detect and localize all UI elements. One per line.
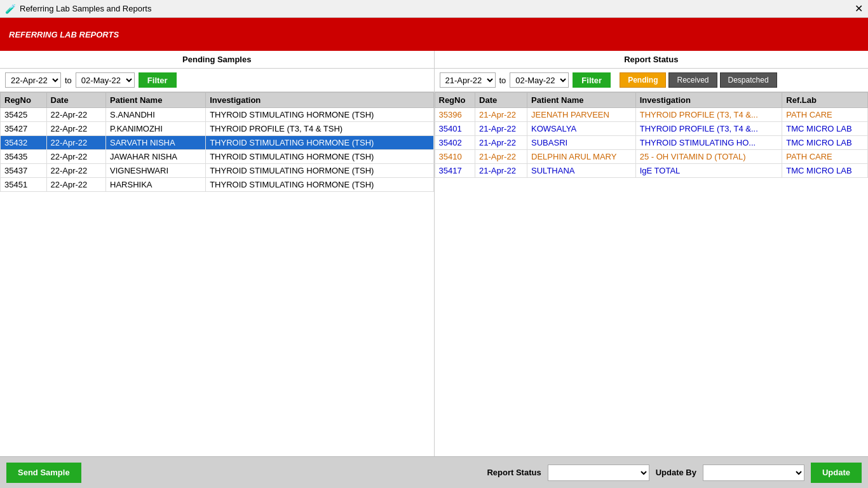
main-content: Pending Samples 22-Apr-22 to 02-May-22 F… [0,51,868,456]
footer-right: Report Status Update By Update [487,463,862,483]
pending-panel-header: Pending Samples [0,51,434,69]
cell-regno: 35427 [1,122,47,136]
despatched-status-button[interactable]: Despatched [720,72,777,88]
report-col-date: Date [475,93,527,108]
pending-to-date[interactable]: 02-May-22 [76,72,135,88]
pending-filter-bar: 22-Apr-22 to 02-May-22 Filter [0,69,434,92]
cell-patient: S.ANANDHI [106,108,206,122]
cell-investigation: THYROID STIMULATING HO... [635,136,782,150]
cell-date: 21-Apr-22 [475,136,527,150]
cell-patient: P.KANIMOZHI [106,122,206,136]
table-row[interactable]: 35425 22-Apr-22 S.ANANDHI THYROID STIMUL… [1,108,434,122]
pending-col-date: Date [46,93,106,108]
app-header: REFERRING LAB REPORTS [0,18,868,51]
cell-reflab: PATH CARE [782,108,868,122]
send-sample-button[interactable]: Send Sample [6,463,81,483]
cell-date: 21-Apr-22 [475,108,527,122]
report-to-label: to [499,76,506,85]
table-row[interactable]: 35432 22-Apr-22 SARVATH NISHA THYROID ST… [1,136,434,150]
cell-date: 22-Apr-22 [46,178,106,192]
pending-table-header-row: RegNo Date Patient Name Investigation [1,93,434,108]
received-status-button[interactable]: Received [668,72,717,88]
report-filter-button[interactable]: Filter [573,72,611,88]
pending-table-body: 35425 22-Apr-22 S.ANANDHI THYROID STIMUL… [1,108,434,192]
report-col-patient: Patient Name [527,93,636,108]
report-from-date[interactable]: 21-Apr-22 [440,72,496,88]
cell-investigation: THYROID STIMULATING HORMONE (TSH) [206,150,433,164]
cell-date: 22-Apr-22 [46,136,106,150]
report-table: RegNo Date Patient Name Investigation Re… [435,92,869,178]
cell-investigation: THYROID STIMULATING HORMONE (TSH) [206,136,433,150]
report-table-body: 35396 21-Apr-22 JEENATH PARVEEN THYROID … [435,108,868,178]
cell-investigation: 25 - OH VITAMIN D (TOTAL) [635,150,782,164]
report-table-container: RegNo Date Patient Name Investigation Re… [435,92,869,456]
cell-regno: 35396 [435,108,475,122]
table-row[interactable]: 35437 22-Apr-22 VIGNESHWARI THYROID STIM… [1,164,434,178]
title-bar-text: Referring Lab Samples and Reports [20,4,151,13]
cell-date: 22-Apr-22 [46,122,106,136]
flask-icon: 🧪 [5,4,16,14]
pending-status-button[interactable]: Pending [620,72,666,88]
table-row[interactable]: 35402 21-Apr-22 SUBASRI THYROID STIMULAT… [435,136,868,150]
cell-patient: JAWAHAR NISHA [106,150,206,164]
report-filter-bar: 21-Apr-22 to 02-May-22 Filter Pending Re… [435,69,869,92]
update-button[interactable]: Update [811,463,862,483]
cell-reflab: TMC MICRO LAB [782,164,868,178]
cell-investigation: THYROID STIMULATING HORMONE (TSH) [206,178,433,192]
table-row[interactable]: 35451 22-Apr-22 HARSHIKA THYROID STIMULA… [1,178,434,192]
table-row[interactable]: 35410 21-Apr-22 DELPHIN ARUL MARY 25 - O… [435,150,868,164]
report-col-investigation: Investigation [635,93,782,108]
cell-regno: 35425 [1,108,47,122]
cell-patient: KOWSALYA [527,122,636,136]
report-col-reflab: Ref.Lab [782,93,868,108]
footer: Send Sample Report Status Update By Upda… [0,456,868,488]
title-bar: 🧪 Referring Lab Samples and Reports ✕ [0,0,868,18]
cell-patient: VIGNESHWARI [106,164,206,178]
pending-table: RegNo Date Patient Name Investigation 35… [0,92,434,192]
cell-regno: 35417 [435,164,475,178]
cell-investigation: THYROID PROFILE (T3, T4 &... [635,122,782,136]
cell-investigation: THYROID PROFILE (T3, T4 & TSH) [206,122,433,136]
cell-patient: SUBASRI [527,136,636,150]
report-status-label: Report Status [487,468,541,477]
table-row[interactable]: 35435 22-Apr-22 JAWAHAR NISHA THYROID ST… [1,150,434,164]
pending-col-patient: Patient Name [106,93,206,108]
pending-filter-button[interactable]: Filter [139,72,177,88]
cell-regno: 35437 [1,164,47,178]
cell-date: 21-Apr-22 [475,150,527,164]
pending-col-investigation: Investigation [206,93,433,108]
report-status-select[interactable] [548,464,649,481]
cell-patient: JEENATH PARVEEN [527,108,636,122]
cell-regno: 35410 [435,150,475,164]
report-col-regno: RegNo [435,93,475,108]
report-panel-header: Report Status [435,51,869,69]
cell-patient: HARSHIKA [106,178,206,192]
title-bar-left: 🧪 Referring Lab Samples and Reports [5,4,151,14]
table-row[interactable]: 35417 21-Apr-22 SULTHANA IgE TOTAL TMC M… [435,164,868,178]
pending-col-regno: RegNo [1,93,47,108]
table-row[interactable]: 35401 21-Apr-22 KOWSALYA THYROID PROFILE… [435,122,868,136]
pending-panel: Pending Samples 22-Apr-22 to 02-May-22 F… [0,51,435,456]
close-icon[interactable]: ✕ [855,3,863,15]
cell-reflab: PATH CARE [782,150,868,164]
pending-to-label: to [65,76,72,85]
app-title: REFERRING LAB REPORTS [9,30,119,39]
report-panel: Report Status 21-Apr-22 to 02-May-22 Fil… [435,51,869,456]
table-row[interactable]: 35396 21-Apr-22 JEENATH PARVEEN THYROID … [435,108,868,122]
cell-regno: 35435 [1,150,47,164]
cell-regno: 35402 [435,136,475,150]
cell-regno: 35401 [435,122,475,136]
status-buttons: Pending Received Despatched [620,72,776,88]
update-by-label: Update By [656,468,696,477]
cell-date: 21-Apr-22 [475,164,527,178]
pending-table-container: RegNo Date Patient Name Investigation 35… [0,92,434,456]
table-row[interactable]: 35427 22-Apr-22 P.KANIMOZHI THYROID PROF… [1,122,434,136]
report-to-date[interactable]: 02-May-22 [510,72,569,88]
cell-reflab: TMC MICRO LAB [782,122,868,136]
pending-from-date[interactable]: 22-Apr-22 [5,72,61,88]
update-by-select[interactable] [703,464,804,481]
cell-investigation: IgE TOTAL [635,164,782,178]
cell-reflab: TMC MICRO LAB [782,136,868,150]
cell-date: 22-Apr-22 [46,150,106,164]
cell-patient: SULTHANA [527,164,636,178]
